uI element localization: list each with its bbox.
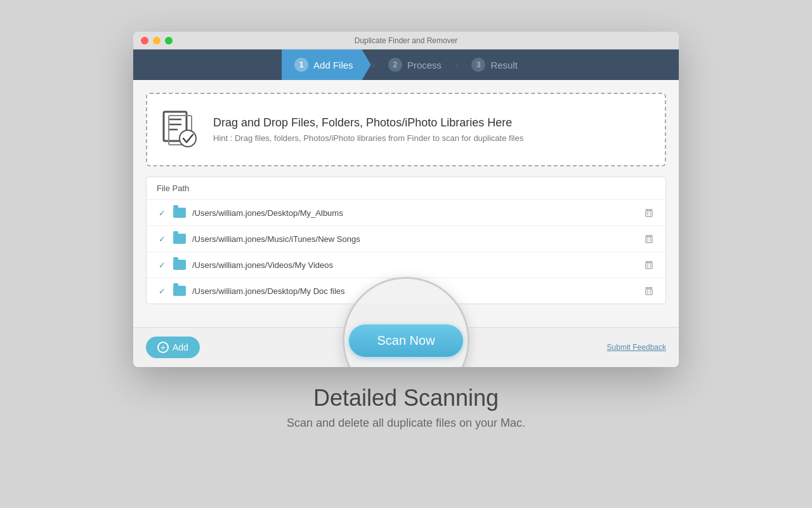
step-2-number: 2 <box>388 58 402 72</box>
scan-now-container: Scan Now <box>343 277 469 367</box>
file-row[interactable]: ✓ /Users/william.jones/Desktop/My_Albums <box>147 200 665 226</box>
folder-icon <box>173 234 186 244</box>
file-path: /Users/william.jones/Desktop/My_Albums <box>192 208 636 218</box>
scan-circle: Scan Now <box>343 277 469 367</box>
drop-zone-heading: Drag and Drop Files, Folders, Photos/iPh… <box>213 116 523 130</box>
svg-point-5 <box>180 130 196 147</box>
delete-button[interactable] <box>643 258 655 271</box>
svg-rect-12 <box>646 237 652 243</box>
file-path: /Users/william.jones/Videos/My Videos <box>192 260 636 270</box>
delete-button[interactable] <box>643 232 655 245</box>
maximize-button[interactable] <box>165 37 173 44</box>
file-row[interactable]: ✓ /Users/william.jones/Music/iTunes/New … <box>147 226 665 252</box>
footer-subtext: Scan and delete all duplicate files on y… <box>287 417 525 430</box>
step-1-number: 1 <box>294 58 308 72</box>
check-icon: ✓ <box>157 260 167 270</box>
drop-zone[interactable]: Drag and Drop Files, Folders, Photos/iPh… <box>146 93 666 166</box>
title-bar: Duplicate Finder and Remover <box>133 32 679 50</box>
step-3-label: Result <box>490 60 518 70</box>
check-icon: ✓ <box>157 234 167 244</box>
check-icon: ✓ <box>157 286 167 296</box>
step-3-number: 3 <box>471 58 485 72</box>
folder-icon <box>173 286 186 296</box>
check-icon: ✓ <box>157 208 167 218</box>
step-add-files[interactable]: 1 Add Files <box>282 50 371 80</box>
step-2-label: Process <box>407 60 442 70</box>
file-path: /Users/william.jones/Music/iTunes/New So… <box>192 234 636 244</box>
add-button-label: Add <box>173 342 188 352</box>
step-bar: 1 Add Files › 2 Process › 3 Result <box>133 50 679 80</box>
file-row[interactable]: ✓ /Users/william.jones/Videos/My Videos <box>147 252 665 278</box>
svg-rect-18 <box>646 263 652 269</box>
step-result[interactable]: 3 Result <box>459 50 530 80</box>
drop-zone-text: Drag and Drop Files, Folders, Photos/iPh… <box>213 116 523 143</box>
drop-zone-icon <box>160 109 200 150</box>
step-1-label: Add Files <box>313 60 353 70</box>
step-separator-2: › <box>454 57 459 73</box>
app-window: Duplicate Finder and Remover 1 Add Files… <box>133 32 679 367</box>
footer-text: Detailed Scanning Scan and delete all du… <box>287 385 525 430</box>
delete-button[interactable] <box>643 206 655 219</box>
svg-rect-6 <box>646 211 652 217</box>
delete-button[interactable] <box>643 284 655 297</box>
add-button[interactable]: + Add <box>146 337 200 358</box>
window-title: Duplicate Finder and Remover <box>355 36 458 45</box>
folder-icon <box>173 260 186 270</box>
file-list-header: File Path <box>147 177 665 200</box>
svg-rect-24 <box>646 289 652 295</box>
footer-heading: Detailed Scanning <box>287 385 525 411</box>
step-separator-1: › <box>371 57 376 73</box>
minimize-button[interactable] <box>153 37 160 44</box>
bottom-bar: + Add Scan Now Submit Feedback <box>133 327 679 367</box>
submit-feedback-button[interactable]: Submit Feedback <box>607 343 666 352</box>
scan-now-button[interactable]: Scan Now <box>349 324 462 357</box>
traffic-lights <box>141 37 173 44</box>
step-process[interactable]: 2 Process <box>376 50 454 80</box>
plus-icon: + <box>157 342 169 353</box>
close-button[interactable] <box>141 37 148 44</box>
drop-zone-hint: Hint : Drag files, folders, Photos/iPhot… <box>213 133 523 143</box>
folder-icon <box>173 208 186 218</box>
